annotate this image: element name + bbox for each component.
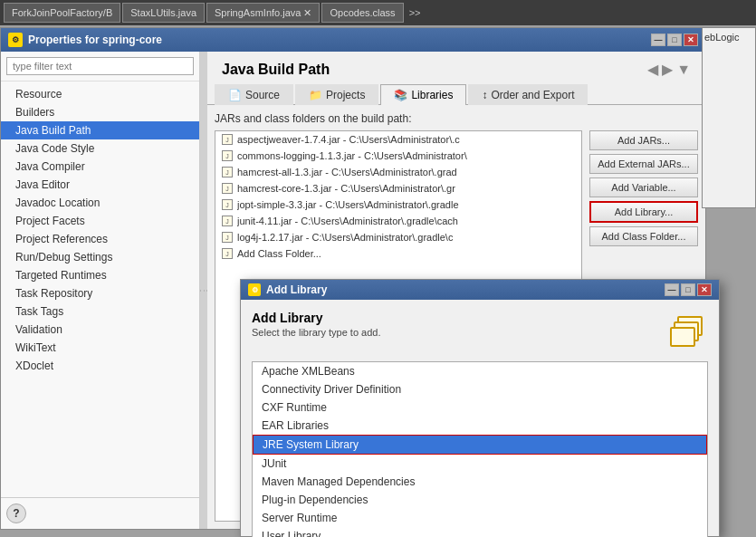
tab-source[interactable]: 📄Source bbox=[215, 84, 293, 105]
sidebar-item-validation[interactable]: Validation bbox=[1, 321, 199, 339]
nav-arrows: ◀ ▶ ▼ bbox=[647, 61, 691, 78]
back-arrow-icon[interactable]: ◀ bbox=[647, 61, 658, 78]
tab-icon-3: ↕ bbox=[482, 89, 487, 101]
sidebar-bottom: ? bbox=[1, 497, 199, 529]
jar-item-6[interactable]: Jlog4j-1.2.17.jar - C:\Users\Administrat… bbox=[215, 229, 581, 245]
help-button[interactable]: ? bbox=[6, 503, 26, 523]
jar-item-3[interactable]: Jhamcrest-core-1.3.jar - C:\Users\Admini… bbox=[215, 180, 581, 197]
sidebar-item-run/debug-settings[interactable]: Run/Debug Settings bbox=[1, 248, 199, 266]
library-item-0[interactable]: Apache XMLBeans bbox=[253, 362, 707, 380]
window-controls: — □ ✕ bbox=[651, 34, 698, 46]
dialog-body: Add Library Select the library type to a… bbox=[241, 300, 719, 537]
build-btn-3[interactable]: Add Library... bbox=[589, 201, 698, 223]
sidebar-item-task-tags[interactable]: Task Tags bbox=[1, 302, 199, 321]
sidebar-item-java-code-style[interactable]: Java Code Style bbox=[1, 139, 199, 158]
library-list[interactable]: Apache XMLBeansConnectivity Driver Defin… bbox=[252, 361, 708, 537]
jar-item-2[interactable]: Jhamcrest-all-1.3.jar - C:\Users\Adminis… bbox=[215, 164, 581, 180]
sidebar-item-java-compiler[interactable]: Java Compiler bbox=[1, 158, 199, 176]
tab-projects[interactable]: 📁Projects bbox=[295, 84, 378, 105]
dialog-close-button[interactable]: ✕ bbox=[697, 283, 712, 296]
filter-wrap bbox=[1, 52, 199, 82]
maximize-button[interactable]: □ bbox=[667, 34, 682, 46]
build-btn-0[interactable]: Add JARs... bbox=[589, 130, 698, 150]
jar-text-0: aspectjweaver-1.7.4.jar - C:\Users\Admin… bbox=[237, 134, 460, 145]
jar-icon-6: J bbox=[221, 231, 234, 244]
build-btn-2[interactable]: Add Variable... bbox=[589, 177, 698, 197]
jar-item-5[interactable]: Jjunit-4.11.jar - C:\Users\Administrator… bbox=[215, 213, 581, 229]
window-title-area: ⚙ Properties for spring-core bbox=[8, 33, 162, 47]
tab-libraries[interactable]: 📚Libraries bbox=[380, 84, 466, 105]
tab-opcodes[interactable]: Opcodes.class bbox=[321, 3, 403, 23]
dialog-titlebar: ⚙ Add Library — □ ✕ bbox=[241, 280, 719, 300]
library-item-5[interactable]: JUnit bbox=[253, 455, 707, 473]
library-item-6[interactable]: Maven Managed Dependencies bbox=[253, 473, 707, 491]
sidebar-item-project-facets[interactable]: Project Facets bbox=[1, 212, 199, 230]
tab-icon-0: 📄 bbox=[228, 89, 242, 101]
sidebar: ResourceBuildersJava Build PathJava Code… bbox=[1, 52, 200, 529]
dialog-title-left: ⚙ Add Library bbox=[248, 283, 327, 296]
dialog-icon: ⚙ bbox=[248, 283, 261, 296]
window-title: Properties for spring-core bbox=[28, 34, 162, 46]
window-titlebar: ⚙ Properties for spring-core — □ ✕ bbox=[1, 28, 705, 52]
window-icon: ⚙ bbox=[8, 33, 23, 47]
tab-staxutils[interactable]: StaxLUtils.java bbox=[122, 3, 205, 23]
sidebar-item-targeted-runtimes[interactable]: Targeted Runtimes bbox=[1, 266, 199, 284]
sidebar-item-resource[interactable]: Resource bbox=[1, 85, 199, 103]
sidebar-item-javadoc-location[interactable]: Javadoc Location bbox=[1, 194, 199, 212]
build-btn-1[interactable]: Add External JARs... bbox=[589, 154, 698, 174]
jar-icon-0: J bbox=[221, 133, 234, 146]
lib-stack-item-3 bbox=[670, 327, 695, 347]
add-library-dialog: ⚙ Add Library — □ ✕ Add Library Select t… bbox=[240, 279, 720, 537]
build-btn-4[interactable]: Add Class Folder... bbox=[589, 226, 698, 246]
library-icon bbox=[665, 311, 708, 354]
tab-order-and-export[interactable]: ↕Order and Export bbox=[468, 84, 588, 105]
jar-text-7: Add Class Folder... bbox=[237, 248, 321, 259]
filter-input[interactable] bbox=[6, 57, 194, 75]
sidebar-item-task-repository[interactable]: Task Repository bbox=[1, 284, 199, 302]
library-item-4[interactable]: JRE System Library bbox=[253, 435, 707, 455]
dialog-maximize-button[interactable]: □ bbox=[681, 283, 695, 296]
tab-forkjoin[interactable]: ForkJoinPoolFactory/B bbox=[4, 3, 120, 23]
taskbar: ForkJoinPoolFactory/B StaxLUtils.java Sp… bbox=[0, 0, 756, 25]
sidebar-item-xdoclet[interactable]: XDoclet bbox=[1, 357, 199, 375]
sidebar-item-project-references[interactable]: Project References bbox=[1, 230, 199, 248]
tab-icon-2: 📚 bbox=[394, 89, 407, 101]
sidebar-item-java-build-path[interactable]: Java Build Path bbox=[1, 121, 199, 139]
weblogic-panel: ebLogic bbox=[702, 27, 756, 208]
tab-overflow[interactable]: >> bbox=[406, 7, 425, 18]
sidebar-item-java-editor[interactable]: Java Editor bbox=[1, 176, 199, 194]
library-item-8[interactable]: Server Runtime bbox=[253, 509, 707, 527]
sidebar-tree: ResourceBuildersJava Build PathJava Code… bbox=[1, 82, 199, 497]
dialog-header-row: Add Library Select the library type to a… bbox=[252, 311, 708, 354]
jar-item-7[interactable]: JAdd Class Folder... bbox=[215, 245, 581, 262]
library-item-7[interactable]: Plug-in Dependencies bbox=[253, 491, 707, 509]
dialog-minimize-button[interactable]: — bbox=[665, 283, 679, 296]
jar-text-4: jopt-simple-3.3.jar - C:\Users\Administr… bbox=[237, 199, 459, 210]
jar-item-4[interactable]: Jjopt-simple-3.3.jar - C:\Users\Administ… bbox=[215, 197, 581, 213]
dialog-subtitle: Add Library bbox=[252, 311, 380, 325]
sidebar-item-wikitext[interactable]: WikiText bbox=[1, 339, 199, 357]
minimize-button[interactable]: — bbox=[651, 34, 665, 46]
close-button[interactable]: ✕ bbox=[684, 34, 698, 46]
jar-icon-5: J bbox=[221, 215, 234, 227]
forward-arrow-icon[interactable]: ▶ bbox=[662, 61, 673, 78]
jar-icon-2: J bbox=[221, 166, 234, 178]
dialog-controls: — □ ✕ bbox=[665, 283, 712, 296]
jar-item-1[interactable]: Jcommons-logging-1.1.3.jar - C:\Users\Ad… bbox=[215, 148, 581, 164]
sidebar-item-builders[interactable]: Builders bbox=[1, 103, 199, 121]
library-item-2[interactable]: CXF Runtime bbox=[253, 398, 707, 417]
library-item-3[interactable]: EAR Libraries bbox=[253, 417, 707, 435]
content-header: Java Build Path ◀ ▶ ▼ bbox=[207, 52, 705, 83]
tab-icon-1: 📁 bbox=[309, 89, 322, 101]
lib-stack-icon bbox=[670, 316, 703, 349]
tab-springasminfo[interactable]: SpringAsmInfo.java ✕ bbox=[206, 3, 320, 23]
jar-icon-1: J bbox=[221, 149, 234, 162]
resize-handle[interactable]: ⋮ bbox=[200, 52, 207, 529]
library-item-1[interactable]: Connectivity Driver Definition bbox=[253, 380, 707, 398]
dropdown-arrow-icon[interactable]: ▼ bbox=[676, 62, 691, 78]
jar-text-5: junit-4.11.jar - C:\Users\Administrator\… bbox=[237, 216, 458, 226]
tabs-bar: 📄Source📁Projects📚Libraries↕Order and Exp… bbox=[207, 83, 705, 105]
jar-item-0[interactable]: Jaspectjweaver-1.7.4.jar - C:\Users\Admi… bbox=[215, 131, 581, 148]
dialog-description: Select the library type to add. bbox=[252, 327, 380, 338]
library-item-9[interactable]: User Library bbox=[253, 527, 707, 537]
